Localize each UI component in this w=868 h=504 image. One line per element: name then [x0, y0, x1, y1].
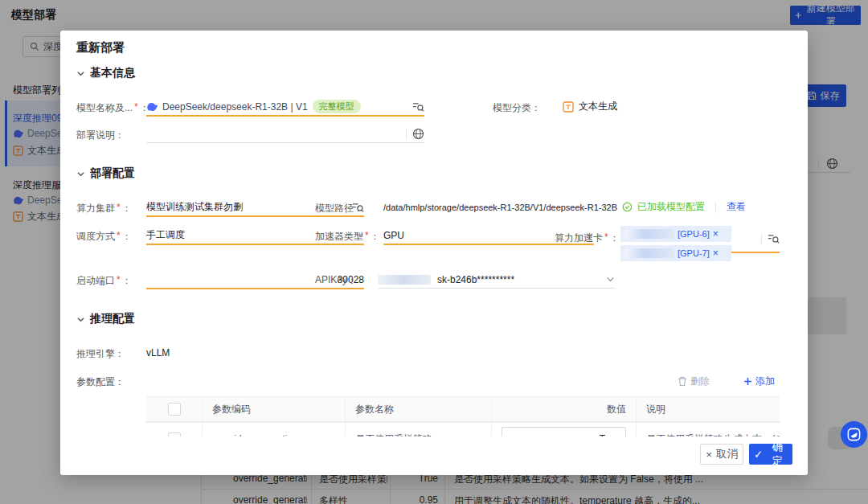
model-path-label: 模型路径: [315, 202, 363, 215]
plus-icon: [743, 377, 752, 386]
param-name-cell: 是否使用采样策略: [346, 423, 492, 436]
chevron-down-icon: [76, 170, 85, 178]
chevron-down-icon: [76, 315, 85, 324]
add-param-button[interactable]: 添加: [743, 375, 775, 388]
remove-tag-icon[interactable]: ×: [713, 228, 719, 240]
remove-tag-icon[interactable]: ×: [713, 248, 719, 259]
view-link[interactable]: 查看: [727, 200, 746, 214]
model-path-status: 已加载模型配置: [637, 200, 705, 214]
model-name-value: DeepSeek/deepseek-R1-32B | V1: [162, 101, 308, 113]
deepseek-whale-icon: [146, 101, 158, 113]
params-table-header: 参数编码 参数名称 数值 说明: [146, 396, 780, 422]
section-deploy-config[interactable]: 部署配置: [76, 166, 135, 181]
trash-icon: [678, 376, 687, 387]
description-label: 部署说明: [76, 129, 125, 142]
engine-label: 推理引擎: [76, 347, 125, 361]
engine-value: vLLM: [146, 347, 170, 359]
check-circle-icon: [622, 202, 633, 212]
cancel-button[interactable]: × 取消: [700, 444, 743, 465]
param-value-input[interactable]: True: [502, 427, 626, 436]
header-param-name: 参数名称: [346, 397, 492, 421]
gpu-card-tag: [GPU-7] ×: [620, 245, 731, 261]
param-desc-cell: 是否使用采样策略生成文本，如果设置为 False，将: [637, 423, 780, 436]
section-inference-config[interactable]: 推理配置: [76, 312, 135, 326]
gpu-cards-label: 算力加速卡: [555, 232, 620, 245]
redacted-host-name: [624, 248, 674, 258]
category-value: 文本生成: [563, 100, 617, 113]
select-search-icon[interactable]: [768, 233, 780, 244]
model-path-row: /data/hmlp/storage/deepseek-R1-32B/V1/de…: [383, 200, 746, 214]
params-table: 参数编码 参数名称 数值 说明 override_generation_co 是…: [146, 396, 780, 436]
screen: 模型部署 新建模型部署 深度 模型部署列 深度推理09 DeepSe 文本: [0, 0, 868, 504]
redeploy-modal: 重新部署 基本信息 模型名称及... DeepSeek/deepseek-R1-…: [60, 31, 808, 475]
header-param-code: 参数编码: [203, 397, 346, 421]
redacted-host-name: [624, 229, 674, 239]
param-code-cell: override_generation_co: [203, 423, 346, 436]
select-all-checkbox[interactable]: [168, 403, 181, 416]
text-generation-icon: [563, 101, 574, 113]
model-name-label: 模型名称及...: [76, 101, 149, 115]
globe-icon[interactable]: [412, 128, 424, 140]
cluster-label: 算力集群: [76, 202, 132, 215]
description-input[interactable]: [146, 125, 424, 143]
gpu-cards-field[interactable]: [GPU-6] × [GPU-7] ×: [620, 225, 780, 253]
chevron-down-icon: [76, 69, 85, 78]
header-param-value: 数值: [492, 397, 637, 421]
header-param-desc: 说明: [637, 397, 780, 421]
check-icon: ✓: [754, 449, 763, 461]
model-name-field[interactable]: DeepSeek/deepseek-R1-32B | V1 完整模型: [146, 98, 424, 117]
close-icon: ×: [706, 449, 712, 461]
schedule-label: 调度方式: [76, 230, 132, 244]
params-label: 参数配置: [76, 375, 125, 389]
select-search-icon[interactable]: [412, 101, 424, 113]
assistant-chat-button[interactable]: [841, 421, 867, 448]
assistant-chat-icon: [846, 427, 862, 442]
delete-params-button[interactable]: 删除: [678, 375, 710, 388]
model-path-value: /data/hmlp/storage/deepseek-R1-32B/V1/de…: [383, 203, 617, 212]
gpu-card-tag: [GPU-6] ×: [620, 226, 731, 242]
chevron-down-icon: [606, 275, 615, 284]
category-label: 模型分类: [493, 101, 541, 115]
apikey-label: APIKey: [315, 274, 357, 288]
accelerator-type-label: 加速器类型: [315, 230, 380, 244]
full-model-tag: 完整模型: [313, 100, 361, 113]
redacted-apikey-name: [378, 275, 431, 285]
port-label: 启动端口: [76, 274, 132, 288]
confirm-button[interactable]: ✓ 确定: [749, 444, 792, 465]
apikey-select[interactable]: sk-b246b**********: [378, 271, 615, 289]
section-basic-info[interactable]: 基本信息: [76, 66, 135, 80]
row-checkbox[interactable]: [168, 432, 181, 436]
modal-title: 重新部署: [76, 40, 125, 55]
params-table-row: override_generation_co 是否使用采样策略 True 是否使…: [146, 422, 780, 436]
